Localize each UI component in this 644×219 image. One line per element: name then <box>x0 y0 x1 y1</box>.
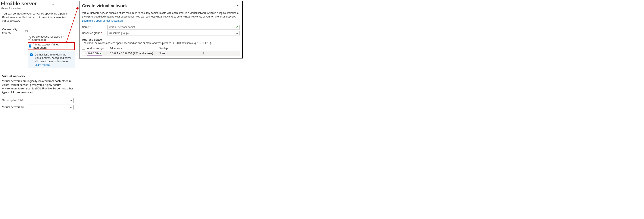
info-icon[interactable]: i <box>21 106 24 108</box>
delete-row-icon[interactable]: 🗑 <box>202 52 205 55</box>
page-title: Flexible server <box>1 1 37 6</box>
vnet-name-placeholder: <virtual-network-name> <box>109 26 136 29</box>
radio-private-access-highlight: Private access (VNet Integration) <box>28 42 75 50</box>
close-icon[interactable]: ✕ <box>235 3 240 7</box>
address-range-input[interactable]: 0.0.0.0/24 ✓ <box>87 51 102 55</box>
rg-label: Resource group * <box>82 32 107 34</box>
address-space-heading: Address space <box>82 38 240 41</box>
info-icon[interactable]: i <box>20 99 23 101</box>
radio-public-access[interactable]: Public access (allowed IP addresses) <box>28 35 75 41</box>
subscription-label: Subscription * i <box>2 98 28 102</box>
addresses-value: 0.0.0.4 - 0.0.0.254 (251 addresses) <box>110 52 156 55</box>
address-table-row: 0.0.0.0/24 ✓ 0.0.0.4 - 0.0.0.254 (251 ad… <box>82 51 240 56</box>
learn-vnets-link[interactable]: Learn more about virtual networks⧉ <box>82 19 123 22</box>
publisher-subtitle: Microsoft - preview <box>1 7 75 9</box>
col-addresses: Addresses <box>110 47 156 50</box>
radio-private-access[interactable]: Private access (VNet Integration) <box>29 43 66 49</box>
learn-more-link[interactable]: Learn more⧉ <box>34 63 50 66</box>
chevron-down-icon <box>236 32 238 34</box>
info-icon[interactable]: i <box>26 30 28 32</box>
required-asterisk: * <box>18 99 20 102</box>
vnet-field-label: Virtual network i <box>2 105 28 109</box>
create-vnet-blade: Create virtual network ✕ Virtual Network… <box>79 1 243 58</box>
row-checkbox[interactable] <box>82 52 85 55</box>
vnet-name-input[interactable]: <virtual-network-name> ✓ <box>107 25 240 29</box>
connectivity-method-text: Connectivity method <box>2 28 24 34</box>
vnet-section-description: Virtual networks are logically isolated … <box>2 79 75 94</box>
vnet-section-heading: Virtual network <box>2 74 75 78</box>
connectivity-method-label: Connectivity method i <box>2 27 28 34</box>
rg-placeholder: <resource-group> <box>109 32 129 34</box>
name-label: Name * <box>82 26 107 29</box>
vnet-info-callout: i Connections from within the virtual ne… <box>28 51 75 68</box>
chevron-down-icon <box>70 106 72 108</box>
pane-description: Virtual Network service enables Azure re… <box>82 11 240 18</box>
pane-title: Create virtual network <box>82 3 127 8</box>
info-circle-icon: i <box>30 53 33 56</box>
address-range-value: 0.0.0.0/24 <box>88 52 100 55</box>
col-overlap: Overlap <box>159 47 199 50</box>
vnet-field-text: Virtual network <box>2 105 20 109</box>
radio-selected-icon <box>29 44 32 48</box>
subscription-select[interactable] <box>28 98 74 103</box>
subscription-text: Subscription <box>2 99 18 102</box>
col-address-range: Address range <box>87 47 108 50</box>
networking-description: You can connect to your server by specif… <box>2 12 70 23</box>
resource-group-select[interactable]: <resource-group> <box>107 31 240 35</box>
more-menu-icon[interactable]: … <box>50 1 55 5</box>
address-table-header: Address range Addresses Overlap <box>82 46 240 51</box>
select-all-checkbox[interactable] <box>82 47 85 50</box>
overlap-value: None <box>159 52 199 55</box>
check-icon: ✓ <box>236 26 238 29</box>
vnet-info-text: Connections from within the virtual netw… <box>34 53 73 67</box>
external-link-icon: ⧉ <box>121 20 123 22</box>
radio-private-label: Private access (VNet Integration) <box>33 43 66 49</box>
radio-unselected-icon <box>28 36 31 40</box>
radio-public-label: Public access (allowed IP addresses) <box>32 35 75 41</box>
address-space-description: The virtual network's address space spec… <box>82 42 240 45</box>
chevron-down-icon <box>70 99 72 101</box>
check-icon: ✓ <box>100 52 102 55</box>
external-link-icon: ⧉ <box>48 64 50 67</box>
vnet-select[interactable] <box>28 105 74 109</box>
